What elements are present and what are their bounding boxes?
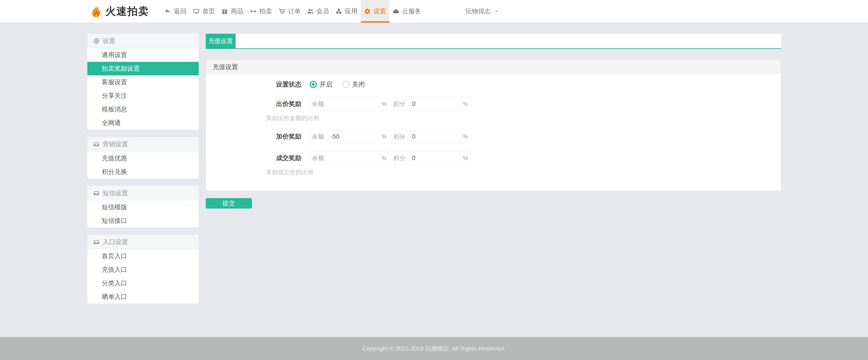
user-dropdown[interactable]: 玩物得志 <box>465 0 499 23</box>
percent-addon: % <box>461 151 470 165</box>
raise-reward-points-group: 积分 % <box>391 129 471 144</box>
sidebar-item-label: 短信模版 <box>102 203 127 211</box>
deal-reward-help-text: 奖励成交价的比例 <box>266 168 781 175</box>
deal-reward-label: 成交奖励 <box>206 154 302 162</box>
sidebar-section-sms: 短信设置 短信模版 短信接口 <box>87 186 199 228</box>
percent-addon: % <box>379 151 389 165</box>
arrows-h-icon <box>250 8 257 15</box>
sidebar-item-general-settings[interactable]: 通用设置 <box>87 48 199 62</box>
nav-item-orders[interactable]: 订单 <box>275 0 304 23</box>
tab-bar: 充值设置 <box>206 33 781 49</box>
sidebar-item-label: 拍卖奖励设置 <box>102 64 140 73</box>
sidebar-item-sms-template[interactable]: 短信模版 <box>87 200 199 214</box>
nav-item-label: 首页 <box>203 7 215 16</box>
sidebar-item-customer-service-settings[interactable]: 客服设置 <box>87 76 199 89</box>
sidebar-item-share-follow[interactable]: 分享关注 <box>87 89 199 102</box>
nav-item-apps[interactable]: 应用 <box>332 0 361 23</box>
inbox-icon <box>93 190 100 196</box>
page-body: 设置 通用设置 拍卖奖励设置 客服设置 分享关注 模板消息 全网通 营销设置 充… <box>0 23 868 337</box>
status-label: 设置状态 <box>206 80 302 89</box>
nav-item-home[interactable]: 首页 <box>190 0 218 23</box>
sidebar-item-label: 模板消息 <box>102 105 127 114</box>
nav-item-settings[interactable]: 设置 <box>361 0 389 23</box>
recharge-settings-form: 设置状态 开启 关闭 <box>206 74 781 190</box>
sidebar-item-label: 短信接口 <box>102 216 127 225</box>
inbox-icon <box>93 239 100 245</box>
sidebar-item-label: 客服设置 <box>102 78 127 87</box>
radio-status-off[interactable]: 关闭 <box>342 80 365 89</box>
nav-item-label: 会员 <box>316 7 329 16</box>
nav-item-cloud[interactable]: 云服务 <box>389 0 424 23</box>
deal-reward-points-group: 积分 % <box>391 151 471 165</box>
sidebar-section-header: 短信设置 <box>87 186 199 200</box>
sidebar-item-label: 充值优惠 <box>102 154 127 162</box>
raise-reward-label: 加价奖励 <box>206 132 302 141</box>
deal-reward-balance-group: 余额 % <box>310 151 389 165</box>
nav-item-label: 拍卖 <box>259 7 272 16</box>
sidebar-item-home-entry[interactable]: 首页入口 <box>87 249 199 263</box>
sidebar-item-recharge-entry[interactable]: 充值入口 <box>87 263 199 276</box>
nav-item-label: 云服务 <box>402 7 421 16</box>
copyright-text: Copyright © 2015-2018 玩物得志. All Rights R… <box>363 344 505 353</box>
sidebar-section-marketing: 营销设置 充值优惠 积分兑换 <box>87 137 199 179</box>
bid-reward-balance-input[interactable] <box>327 97 379 111</box>
sidebar-section-title: 入口设置 <box>103 238 128 246</box>
bid-reward-points-input[interactable] <box>408 97 461 111</box>
tab-recharge-settings[interactable]: 充值设置 <box>206 34 236 48</box>
submit-button[interactable]: 提交 <box>206 198 252 209</box>
form-row-raise-reward: 加价奖励 余额 % 积分 % <box>206 129 781 144</box>
points-addon: 积分 <box>391 151 408 165</box>
gift-icon <box>221 8 228 15</box>
cloud-icon <box>393 8 399 15</box>
reply-icon <box>164 8 171 15</box>
sidebar-section-title: 短信设置 <box>103 189 128 198</box>
nav-item-members[interactable]: 会员 <box>304 0 332 23</box>
nav-item-back[interactable]: 返回 <box>161 0 190 23</box>
sidebar-item-all-network[interactable]: 全网通 <box>87 116 199 130</box>
nav-item-auction[interactable]: 拍卖 <box>247 0 275 23</box>
sidebar-item-points-exchange[interactable]: 积分兑换 <box>87 165 199 179</box>
sidebar-item-label: 分享关注 <box>102 91 127 100</box>
sidebar: 设置 通用设置 拍卖奖励设置 客服设置 分享关注 模板消息 全网通 营销设置 充… <box>87 33 199 311</box>
deal-reward-balance-input[interactable] <box>327 151 379 165</box>
raise-reward-points-input[interactable] <box>408 130 461 143</box>
globe-icon <box>93 38 100 44</box>
nav-item-label: 返回 <box>174 7 186 16</box>
sidebar-section-entries: 入口设置 首页入口 充值入口 分类入口 晒单入口 <box>87 235 199 304</box>
sidebar-section-header: 营销设置 <box>87 137 199 151</box>
deal-reward-points-input[interactable] <box>408 151 461 165</box>
desktop-icon <box>193 8 199 15</box>
sidebar-section-settings: 设置 通用设置 拍卖奖励设置 客服设置 分享关注 模板消息 全网通 <box>87 33 199 130</box>
radio-on-indicator <box>310 81 317 88</box>
sidebar-item-recharge-discount[interactable]: 充值优惠 <box>87 151 199 165</box>
gear-icon <box>364 8 371 15</box>
brand[interactable]: 火速拍卖 <box>90 0 149 23</box>
sidebar-item-label: 分类入口 <box>102 279 127 288</box>
apps-icon <box>335 8 342 15</box>
sidebar-item-template-message[interactable]: 模板消息 <box>87 102 199 116</box>
sidebar-item-auction-reward-settings[interactable]: 拍卖奖励设置 <box>87 62 199 76</box>
sidebar-item-sms-api[interactable]: 短信接口 <box>87 214 199 228</box>
nav-item-label: 应用 <box>345 7 358 16</box>
points-addon: 积分 <box>391 130 408 143</box>
cart-icon <box>278 8 285 15</box>
flame-logo-icon <box>90 4 103 19</box>
nav-item-label: 设置 <box>373 7 386 16</box>
caret-down-icon <box>494 9 499 14</box>
radio-status-on[interactable]: 开启 <box>310 80 332 89</box>
raise-reward-balance-input[interactable] <box>327 130 379 143</box>
sidebar-item-label: 积分兑换 <box>102 168 127 176</box>
sidebar-item-category-entry[interactable]: 分类入口 <box>87 276 199 290</box>
nav-active-underline <box>361 21 389 23</box>
sidebar-item-label: 全网通 <box>102 119 121 127</box>
points-addon: 积分 <box>391 97 408 111</box>
percent-addon: % <box>379 130 389 143</box>
radio-on-label: 开启 <box>319 80 332 89</box>
sidebar-section-title: 设置 <box>103 37 116 45</box>
bid-reward-help-text: 奖励出价金额的比例 <box>266 114 781 120</box>
radio-off-indicator <box>342 81 349 88</box>
sidebar-item-order-show-entry[interactable]: 晒单入口 <box>87 290 199 304</box>
balance-addon: 余额 <box>310 151 327 165</box>
nav-item-goods[interactable]: 商品 <box>218 0 247 23</box>
sidebar-item-label: 首页入口 <box>102 252 127 260</box>
